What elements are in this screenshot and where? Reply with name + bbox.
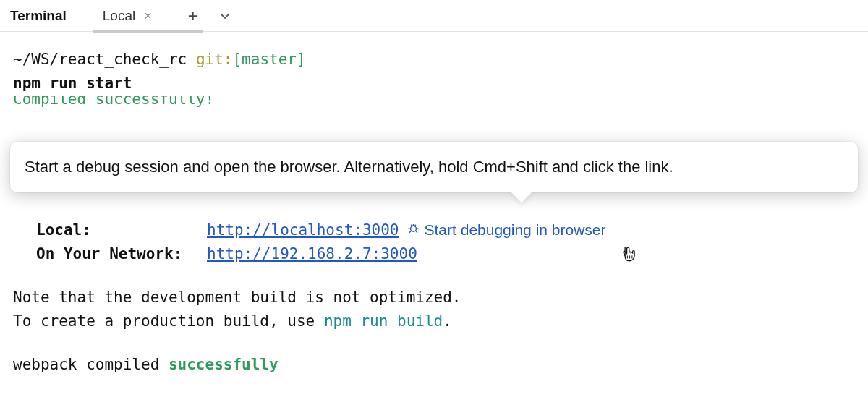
terminal-tab-local[interactable]: Local ×: [98, 0, 159, 32]
cwd-path: ~/WS/react_check_rc: [13, 51, 187, 68]
debug-link-label: Start debugging in browser: [425, 218, 606, 242]
local-url-row: Local: http://localhost:3000 Start debug…: [13, 218, 855, 242]
bug-icon: [407, 218, 420, 242]
row-label: On Your Network:: [36, 242, 207, 266]
prompt-line: ~/WS/react_check_rc git:[master]: [13, 48, 855, 72]
webpack-status: successfully: [169, 356, 278, 373]
close-tab-icon[interactable]: ×: [141, 9, 155, 22]
network-url-link[interactable]: http://192.168.2.7:3000: [207, 242, 417, 266]
terminal-header: Terminal Local × +: [0, 0, 868, 32]
compiled-line-partial: Compiled successfully!: [13, 96, 855, 108]
chevron-down-icon: [219, 10, 231, 22]
webpack-status-line: webpack compiled successfully: [13, 353, 855, 377]
tab-label: Local: [103, 8, 135, 24]
git-label: git:: [196, 51, 233, 68]
panel-title: Terminal: [9, 8, 69, 24]
tooltip-text: Start a debug session and open the brows…: [25, 158, 673, 176]
terminal-output[interactable]: ~/WS/react_check_rc git:[master] npm run…: [0, 32, 868, 115]
note-line-1: Note that the development build is not o…: [13, 286, 855, 310]
cursor-pointer-icon: [619, 244, 638, 266]
start-debugging-link[interactable]: Start debugging in browser: [407, 218, 606, 242]
new-tab-button[interactable]: +: [184, 7, 203, 25]
note-line-2: To create a production build, use npm ru…: [13, 310, 855, 333]
svg-point-0: [410, 226, 416, 231]
row-label: Local:: [36, 218, 207, 242]
network-url-row: On Your Network: http://192.168.2.7:3000: [13, 242, 855, 266]
debug-tooltip: Start a debug session and open the brows…: [10, 142, 858, 192]
git-branch: [master]: [232, 51, 305, 68]
tab-dropdown-button[interactable]: [216, 7, 234, 25]
local-url-link[interactable]: http://localhost:3000: [207, 218, 399, 242]
build-command: npm run build: [324, 312, 443, 330]
terminal-output-lower: Local: http://localhost:3000 Start debug…: [13, 218, 855, 377]
command-line: npm run start: [13, 72, 855, 95]
